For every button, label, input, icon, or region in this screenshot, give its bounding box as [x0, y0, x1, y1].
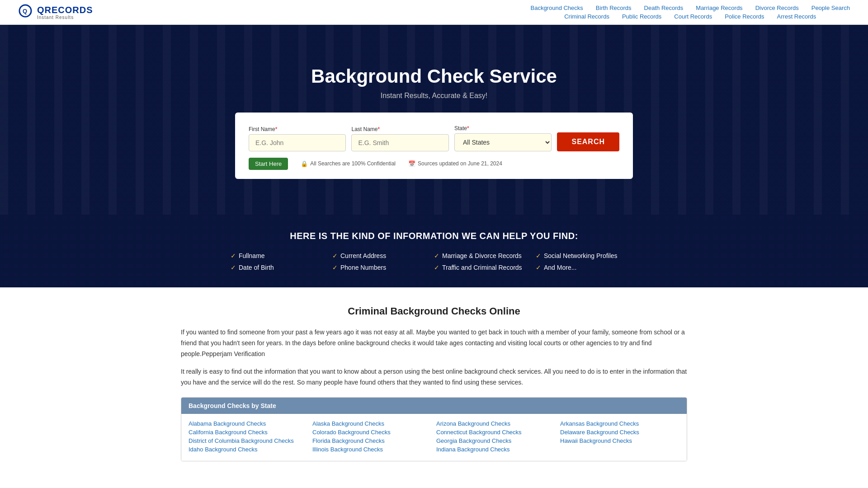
nav-death-records[interactable]: Death Records	[644, 5, 684, 11]
state-table-header: Background Checks by State	[181, 398, 687, 414]
state-table: Background Checks by State Alabama Backg…	[181, 397, 687, 461]
state-link[interactable]: Florida Background Checks	[312, 437, 432, 444]
check-icon: ✓	[332, 264, 338, 271]
check-icon: ✓	[536, 252, 541, 259]
nav-birth-records[interactable]: Birth Records	[596, 5, 632, 11]
table-row: Idaho Background ChecksIllinois Backgrou…	[189, 446, 679, 453]
info-item: ✓Social Networking Profiles	[536, 252, 637, 259]
start-here-button[interactable]: Start Here	[249, 158, 288, 170]
first-name-label: First Name*	[249, 126, 346, 132]
header: Q QRECORDS Instant Results Background Ch…	[0, 0, 868, 25]
check-icon: ✓	[332, 252, 338, 259]
last-name-input[interactable]	[351, 134, 448, 151]
nav-divorce-records[interactable]: Divorce Records	[755, 5, 799, 11]
nav-court-records[interactable]: Court Records	[674, 13, 712, 20]
nav: Background ChecksBirth RecordsDeath Reco…	[530, 5, 850, 20]
state-link[interactable]: Arkansas Background Checks	[560, 420, 679, 427]
info-item-label: Phone Numbers	[340, 264, 386, 271]
last-name-label: Last Name*	[351, 126, 448, 132]
state-link[interactable]: Illinois Background Checks	[312, 446, 432, 453]
state-link[interactable]: Delaware Background Checks	[560, 429, 679, 436]
hero-title: Background Check Service	[311, 66, 557, 87]
content-para1: If you wanted to find someone from your …	[181, 327, 687, 359]
state-link[interactable]	[560, 446, 679, 453]
nav-row-1: Background ChecksBirth RecordsDeath Reco…	[530, 5, 850, 11]
nav-background-checks[interactable]: Background Checks	[530, 5, 583, 11]
check-icon: ✓	[536, 264, 541, 271]
logo[interactable]: Q QRECORDS Instant Results	[18, 4, 93, 21]
first-name-input[interactable]	[249, 134, 346, 151]
state-select[interactable]: All StatesAlabamaAlaskaArizonaArkansasCa…	[454, 133, 552, 151]
table-row: District of Columbia Background ChecksFl…	[189, 437, 679, 444]
table-row: California Background ChecksColorado Bac…	[189, 429, 679, 436]
state-link[interactable]: Arizona Background Checks	[436, 420, 556, 427]
search-button[interactable]: SEARCH	[557, 132, 619, 151]
sources-text: Sources updated on June 21, 2024	[418, 160, 502, 167]
state-link[interactable]: Colorado Background Checks	[312, 429, 432, 436]
state-table-body: Alabama Background ChecksAlaska Backgrou…	[181, 414, 687, 461]
confidential-text: All Searches are 100% Confidential	[310, 160, 396, 167]
hero-subtitle: Instant Results, Accurate & Easy!	[381, 92, 488, 100]
info-item-label: Fullname	[239, 252, 265, 259]
info-item-label: Current Address	[340, 252, 386, 259]
state-link[interactable]: Connecticut Background Checks	[436, 429, 556, 436]
info-item: ✓Current Address	[332, 252, 434, 259]
info-item: ✓Phone Numbers	[332, 264, 434, 271]
state-link[interactable]: California Background Checks	[189, 429, 308, 436]
nav-criminal-records[interactable]: Criminal Records	[564, 13, 609, 20]
nav-police-records[interactable]: Police Records	[725, 13, 764, 20]
content-para2: It really is easy to find out the inform…	[181, 366, 687, 388]
search-box: First Name* Last Name* State* All States…	[235, 113, 633, 179]
content-section: Criminal Background Checks Online If you…	[172, 287, 696, 470]
lock-icon: 🔒	[301, 160, 308, 167]
nav-public-records[interactable]: Public Records	[622, 13, 661, 20]
state-link[interactable]: District of Columbia Background Checks	[189, 437, 308, 444]
info-item-label: Marriage & Divorce Records	[442, 252, 522, 259]
nav-row-2: Criminal RecordsPublic RecordsCourt Reco…	[530, 13, 850, 20]
check-icon: ✓	[231, 252, 236, 259]
hero-section: Background Check Service Instant Results…	[0, 25, 868, 215]
confidential-note: 🔒 All Searches are 100% Confidential	[301, 160, 396, 167]
info-item-label: And More...	[544, 264, 576, 271]
logo-instant-text: Instant Results	[37, 15, 93, 20]
first-name-group: First Name*	[249, 126, 346, 151]
check-icon: ✓	[434, 252, 439, 259]
state-group: State* All StatesAlabamaAlaskaArizonaArk…	[454, 125, 552, 151]
sources-note: 📅 Sources updated on June 21, 2024	[408, 160, 502, 167]
state-link[interactable]: Idaho Background Checks	[189, 446, 308, 453]
nav-people-search[interactable]: People Search	[811, 5, 850, 11]
info-section: HERE IS THE KIND OF INFORMATION WE CAN H…	[0, 215, 868, 287]
info-item: ✓Marriage & Divorce Records	[434, 252, 536, 259]
info-item-label: Social Networking Profiles	[544, 252, 618, 259]
info-item-label: Traffic and Criminal Records	[442, 264, 522, 271]
check-icon: ✓	[231, 264, 236, 271]
logo-icon: Q	[18, 4, 35, 21]
content-heading: Criminal Background Checks Online	[181, 305, 687, 317]
table-row: Alabama Background ChecksAlaska Backgrou…	[189, 420, 679, 427]
info-item: ✓Fullname	[231, 252, 332, 259]
info-item: ✓Date of Birth	[231, 264, 332, 271]
state-label: State*	[454, 125, 552, 131]
check-icon: ✓	[434, 264, 439, 271]
calendar-icon: 📅	[408, 160, 415, 167]
state-link[interactable]: Alaska Background Checks	[312, 420, 432, 427]
svg-text:Q: Q	[23, 8, 27, 14]
state-link[interactable]: Alabama Background Checks	[189, 420, 308, 427]
logo-records-text: QRECORDS	[37, 5, 93, 15]
info-item-label: Date of Birth	[239, 264, 274, 271]
nav-marriage-records[interactable]: Marriage Records	[696, 5, 742, 11]
state-link[interactable]: Indiana Background Checks	[436, 446, 556, 453]
info-item: ✓Traffic and Criminal Records	[434, 264, 536, 271]
info-heading: HERE IS THE KIND OF INFORMATION WE CAN H…	[27, 231, 841, 241]
nav-arrest-records[interactable]: Arrest Records	[777, 13, 816, 20]
state-link[interactable]: Hawaii Background Checks	[560, 437, 679, 444]
last-name-group: Last Name*	[351, 126, 448, 151]
state-link[interactable]: Georgia Background Checks	[436, 437, 556, 444]
info-grid: ✓Fullname✓Current Address✓Marriage & Div…	[231, 252, 637, 271]
info-item: ✓And More...	[536, 264, 637, 271]
